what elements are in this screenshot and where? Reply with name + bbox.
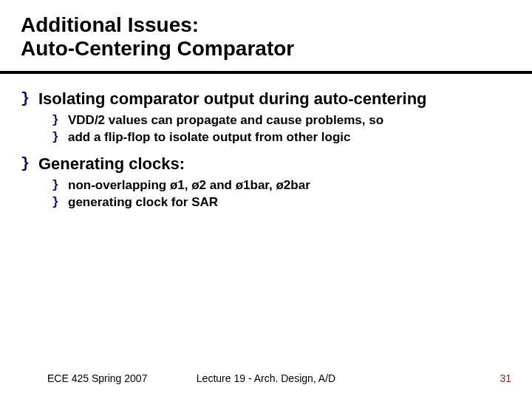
- sub-bullet-item: } VDD/2 values can propagate and cause p…: [52, 112, 511, 128]
- bullet-glyph-icon: }: [52, 194, 68, 210]
- sub-bullet-text: non-overlapping ø1, ø2 and ø1bar, ø2bar: [68, 177, 310, 193]
- title-line-1: Additional Issues:: [21, 13, 532, 37]
- bullet-item: } Generating clocks:: [21, 154, 511, 174]
- footer: ECE 425 Spring 2007 Lecture 19 - Arch. D…: [0, 372, 532, 384]
- sub-bullet-item: } non-overlapping ø1, ø2 and ø1bar, ø2ba…: [52, 177, 511, 193]
- footer-center: Lecture 19 - Arch. Design, A/D: [197, 372, 335, 384]
- bullet-glyph-icon: }: [52, 177, 68, 193]
- footer-left: ECE 425 Spring 2007: [47, 372, 147, 384]
- footer-page-number: 31: [499, 372, 511, 384]
- title-block: Additional Issues: Auto-Centering Compar…: [0, 0, 532, 68]
- title-line-2: Auto-Centering Comparator: [21, 37, 532, 61]
- bullet-glyph-icon: }: [21, 89, 38, 108]
- bullet-text: Generating clocks:: [38, 154, 185, 174]
- bullet-glyph-icon: }: [52, 112, 68, 128]
- bullet-text: Isolating comparator output during auto-…: [38, 89, 427, 109]
- bullet-glyph-icon: }: [52, 129, 68, 145]
- sub-bullet-text: add a flip-flop to isolate output from o…: [68, 129, 350, 145]
- bullet-item: } Isolating comparator output during aut…: [21, 89, 511, 109]
- slide: Additional Issues: Auto-Centering Compar…: [0, 0, 532, 399]
- content-area: } Isolating comparator output during aut…: [0, 74, 532, 210]
- sub-list: } VDD/2 values can propagate and cause p…: [52, 112, 511, 146]
- sub-bullet-item: } generating clock for SAR: [52, 194, 511, 210]
- sub-bullet-text: VDD/2 values can propagate and cause pro…: [68, 112, 383, 128]
- sub-list: } non-overlapping ø1, ø2 and ø1bar, ø2ba…: [52, 177, 511, 211]
- sub-bullet-text: generating clock for SAR: [68, 194, 218, 210]
- sub-bullet-item: } add a flip-flop to isolate output from…: [52, 129, 511, 145]
- bullet-glyph-icon: }: [21, 154, 38, 173]
